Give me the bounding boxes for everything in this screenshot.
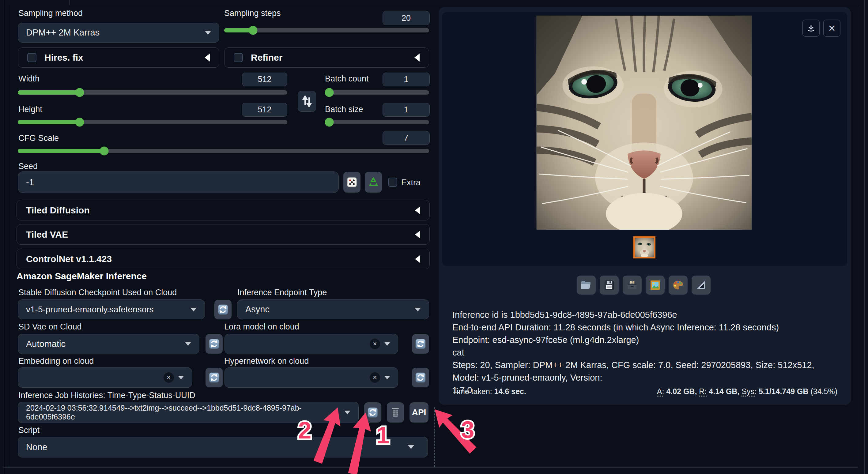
page-right-border <box>864 0 865 474</box>
slider-thumb[interactable] <box>325 88 334 97</box>
slider-thumb[interactable] <box>325 118 334 127</box>
extra-seed-checkbox[interactable] <box>388 178 397 187</box>
sampling-method-label: Sampling method <box>19 8 83 18</box>
accordion-collapsed-icon <box>414 54 420 62</box>
height-slider[interactable] <box>18 120 287 124</box>
sagemaker-heading: Amazon SageMaker Inference <box>17 271 147 281</box>
cfg-scale-slider[interactable] <box>18 149 429 153</box>
open-folder-button[interactable] <box>577 276 596 294</box>
api-duration-line: End-to-end API Duration: 11.28 seconds (… <box>453 321 841 334</box>
thumbnail-selected[interactable] <box>633 236 655 258</box>
slider-fill <box>18 149 104 153</box>
swap-dimensions-button[interactable] <box>298 91 316 112</box>
accordion-label: ControlNet v1.1.423 <box>26 254 112 264</box>
seed-label: Seed <box>19 162 38 171</box>
batch-size-slider[interactable] <box>325 120 429 124</box>
framed-picture-icon <box>650 280 660 290</box>
batch-count-input[interactable]: 1 <box>382 72 430 86</box>
inference-info: Inference id is 1bbd5d51-9dc8-4895-97ab-… <box>453 309 841 397</box>
sampling-steps-slider[interactable] <box>224 28 429 32</box>
slider-thumb[interactable] <box>75 88 84 97</box>
mem-a-label: A: <box>657 387 664 396</box>
width-value: 512 <box>257 75 271 84</box>
close-gallery-button[interactable]: ✕ <box>823 20 840 37</box>
accordion-tiled-diffusion[interactable]: Tiled Diffusion <box>17 200 430 220</box>
annotation-number-3: 3 <box>461 416 474 443</box>
download-image-button[interactable] <box>802 20 819 37</box>
height-label: Height <box>19 105 42 114</box>
accordion-label: Tiled Diffusion <box>26 205 90 216</box>
tab-panel-right-border <box>858 5 858 474</box>
sd-vae-label: SD Vae on Cloud <box>19 322 82 331</box>
clear-selection-icon[interactable]: × <box>370 372 380 383</box>
checkpoint-dropdown[interactable]: v1-5-pruned-emaonly.safetensors <box>18 299 205 319</box>
send-to-inpaint-button[interactable] <box>669 276 688 294</box>
sd-vae-dropdown[interactable]: Automatic <box>18 334 199 354</box>
endpoint-line: Endpoint: esd-async-97fce5e (ml.g4dn.2xl… <box>453 334 841 346</box>
embedding-multiselect[interactable]: × <box>18 368 192 388</box>
clear-selection-icon[interactable]: × <box>370 339 380 349</box>
sampling-method-dropdown[interactable]: DPM++ 2M Karras <box>18 23 219 42</box>
recycle-icon <box>368 177 379 188</box>
close-icon: ✕ <box>828 23 836 34</box>
extra-seed-label: Extra <box>401 178 421 187</box>
seed-input[interactable]: -1 <box>18 171 339 193</box>
hires-fix-accordion[interactable]: Hires. fix <box>18 48 219 68</box>
refresh-icon <box>415 338 426 349</box>
ruler-icon <box>696 280 706 290</box>
lora-multiselect[interactable]: × <box>224 334 398 354</box>
refresh-hypernetwork-button[interactable] <box>412 368 429 387</box>
reuse-seed-button[interactable] <box>365 172 382 193</box>
batch-count-label: Batch count <box>325 74 369 84</box>
batch-count-slider[interactable] <box>325 90 429 95</box>
refiner-accordion[interactable]: Refiner <box>224 48 429 68</box>
save-zip-button[interactable] <box>623 276 642 294</box>
slider-thumb[interactable] <box>100 147 109 156</box>
endpoint-type-label: Inference Endpoint Type <box>237 288 327 297</box>
cfg-scale-value: 7 <box>404 133 408 143</box>
random-seed-button[interactable] <box>343 172 361 193</box>
endpoint-type-dropdown[interactable]: Async <box>237 299 429 319</box>
cfg-scale-input[interactable]: 7 <box>382 131 430 145</box>
refiner-checkbox[interactable] <box>234 53 243 62</box>
height-input[interactable]: 512 <box>242 103 287 117</box>
inner-left-border <box>8 5 8 467</box>
slider-thumb[interactable] <box>248 26 257 35</box>
width-slider[interactable] <box>18 90 287 95</box>
send-to-img2img-button[interactable] <box>646 276 664 294</box>
send-to-extras-button[interactable] <box>691 276 711 294</box>
batch-size-value: 1 <box>404 105 408 115</box>
annotation-number-1: 1 <box>376 422 389 449</box>
width-label: Width <box>19 74 39 84</box>
generated-image[interactable] <box>536 15 752 230</box>
refresh-vae-button[interactable] <box>206 334 223 354</box>
hypernetwork-label: Hypernetwork on cloud <box>224 356 309 366</box>
hires-fix-label: Hires. fix <box>44 52 83 63</box>
hypernetwork-multiselect[interactable]: × <box>224 368 398 388</box>
hires-fix-checkbox[interactable] <box>27 53 36 62</box>
script-label: Script <box>19 425 39 435</box>
slider-thumb[interactable] <box>75 118 84 127</box>
refresh-embedding-button[interactable] <box>206 368 223 387</box>
batch-size-input[interactable]: 1 <box>382 103 430 117</box>
refresh-checkpoint-button[interactable] <box>214 300 231 319</box>
refresh-lora-button[interactable] <box>412 334 429 354</box>
image-gallery: ✕ <box>442 12 847 266</box>
inference-id-line: Inference id is 1bbd5d51-9dc8-4895-97ab-… <box>453 309 841 321</box>
clear-selection-icon[interactable]: × <box>163 372 174 383</box>
seed-value: -1 <box>26 177 34 187</box>
chevron-down-icon <box>190 308 197 311</box>
endpoint-type-value: Async <box>245 304 270 314</box>
width-input[interactable]: 512 <box>242 72 287 86</box>
thumbnail-image <box>634 238 654 257</box>
chevron-down-icon <box>178 376 184 379</box>
download-icon <box>806 24 816 33</box>
accordion-controlnet[interactable]: ControlNet v1.1.423 <box>17 249 430 269</box>
sampling-steps-input[interactable]: 20 <box>382 11 430 25</box>
embedding-label: Embedding on cloud <box>19 356 94 366</box>
refiner-label: Refiner <box>251 52 282 63</box>
mem-sys-value: 5.1/14.749 GB <box>759 387 809 396</box>
height-value: 512 <box>257 105 271 115</box>
accordion-tiled-vae[interactable]: Tiled VAE <box>17 224 430 245</box>
save-image-button[interactable] <box>600 276 619 294</box>
